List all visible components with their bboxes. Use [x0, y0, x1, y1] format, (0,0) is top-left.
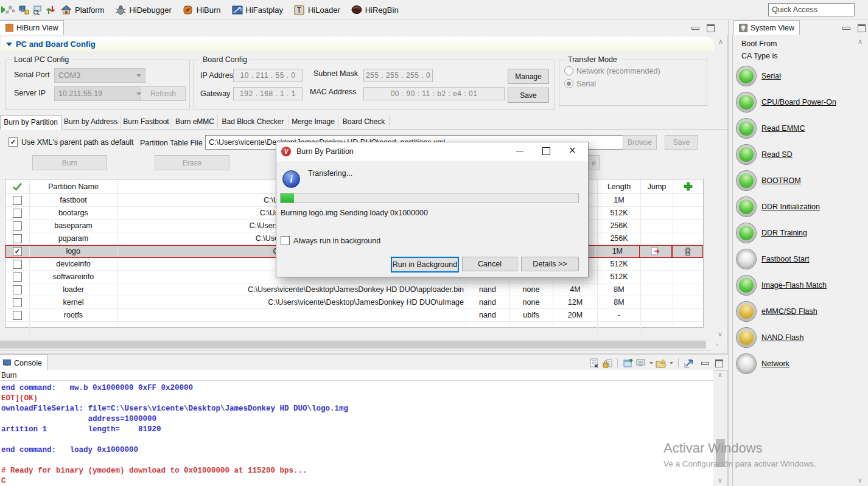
scroll-up-arrow[interactable]: ∧: [718, 38, 723, 46]
tab-system-view[interactable]: System View: [733, 20, 800, 35]
row-checkbox[interactable]: [13, 247, 22, 256]
quick-access-input[interactable]: [768, 3, 855, 16]
always-run-background-row[interactable]: Always run in background: [281, 236, 380, 245]
led-ddr-initialization[interactable]: DDR Initialization: [737, 196, 820, 217]
scroll-lock-icon[interactable]: [602, 358, 612, 368]
toolbar-item-hiburn[interactable]: HiBurn: [183, 4, 221, 15]
node-link-icon[interactable]: [5, 4, 16, 15]
led-fastboot-start[interactable]: Fastboot Start: [737, 249, 810, 269]
cancel-button[interactable]: Cancel: [462, 257, 517, 271]
manage-button[interactable]: Manage: [508, 69, 549, 84]
scroll-right-arrow[interactable]: ›: [716, 341, 718, 349]
toolbar-item-platform[interactable]: Platform: [61, 4, 104, 15]
server-ip-combo[interactable]: 10.211.55.19: [54, 86, 145, 101]
toolbar-item-hidebugger[interactable]: HiDebugger: [115, 4, 171, 15]
row-checkbox[interactable]: [13, 234, 22, 243]
led-read-sd[interactable]: Read SD: [737, 144, 793, 165]
tab-bad-block-checker[interactable]: Bad Block Checker: [218, 115, 289, 128]
console-maximize-icon[interactable]: [715, 359, 723, 367]
led-serial[interactable]: Serial: [737, 66, 781, 86]
system-view-scroll-down-arrow[interactable]: ∨: [858, 476, 863, 484]
horizontal-scrollbar[interactable]: [0, 339, 711, 351]
details-button[interactable]: Details >>: [521, 257, 579, 271]
xml-default-path-checkbox[interactable]: [9, 137, 18, 147]
table-row-rootfs[interactable]: rootfs nand ubifs 20M -: [5, 309, 703, 322]
row-checkbox[interactable]: [13, 285, 22, 294]
serial-port-combo[interactable]: COM3: [54, 68, 145, 83]
minimize-icon[interactable]: [691, 27, 699, 30]
led-image-flash-match[interactable]: Image-Flash Match: [737, 275, 827, 296]
jump-to-file-icon[interactable]: [639, 245, 672, 257]
console-minimize-icon[interactable]: [701, 362, 709, 365]
pin-console-icon[interactable]: [623, 358, 633, 368]
column-header-length[interactable]: Length: [598, 179, 641, 193]
led-read-emmc[interactable]: Read EMMC: [737, 118, 805, 139]
led-emmc-sd-flash[interactable]: eMMC/SD Flash: [737, 301, 817, 322]
subnet-mask-field[interactable]: 255 . 255 . 255 . 0: [363, 69, 433, 82]
xml-default-path-row[interactable]: Use XML's parent path as default: [9, 137, 133, 147]
maximize-icon[interactable]: [858, 24, 866, 32]
led-cpu-board-power-on[interactable]: CPU/Board Power-On: [737, 92, 836, 113]
toolbar-item-hiregbin[interactable]: HiRegBin: [351, 4, 399, 15]
tab-burn-emmc[interactable]: Burn eMMC: [172, 115, 218, 128]
tab-burn-fastboot[interactable]: Burn Fastboot: [121, 115, 172, 128]
browse-button[interactable]: Browse: [623, 135, 657, 150]
toolbar-item-hifastplay[interactable]: HiFastplay: [232, 4, 283, 15]
chevron-down-icon[interactable]: [670, 362, 673, 364]
maximize-icon[interactable]: [707, 24, 715, 32]
open-console-icon[interactable]: [656, 358, 666, 368]
column-header-partition-name[interactable]: Partition Name: [30, 179, 117, 193]
row-checkbox[interactable]: [13, 260, 22, 269]
table-scroll-down-arrow[interactable]: ∨: [718, 330, 723, 338]
table-row-kernel[interactable]: kernel C:\Users\vicente\Desktop\JamesDon…: [5, 296, 703, 309]
save-partition-file-button[interactable]: Save: [665, 135, 698, 150]
tab-merge-image[interactable]: Merge Image: [289, 115, 338, 128]
console-scroll-down-arrow[interactable]: ∨: [718, 476, 723, 484]
tab-board-check[interactable]: Board Check: [338, 115, 390, 128]
tab-console[interactable]: Console: [0, 355, 47, 370]
select-all-check-icon[interactable]: [5, 179, 30, 193]
dialog-close-icon[interactable]: ×: [569, 145, 576, 156]
pc-inspect-icon[interactable]: [32, 4, 43, 15]
section-header[interactable]: PC and Board Config: [1, 36, 714, 52]
network-config-icon[interactable]: [18, 4, 29, 15]
erase-button[interactable]: Erase: [155, 155, 229, 170]
open-standalone-icon[interactable]: [684, 358, 694, 368]
toolbar-item-hiloader[interactable]: HiLoader: [294, 4, 340, 15]
minimize-icon[interactable]: [842, 27, 850, 30]
row-checkbox[interactable]: [13, 298, 22, 307]
serial-radio-row[interactable]: Serial: [564, 79, 596, 88]
burn-button[interactable]: Burn: [32, 155, 107, 170]
chevron-down-icon[interactable]: [649, 362, 653, 364]
led-nand-flash[interactable]: NAND Flash: [737, 327, 803, 348]
led-ddr-training[interactable]: DDR Training: [737, 223, 807, 243]
row-checkbox[interactable]: [13, 196, 22, 205]
dialog-minimize-icon[interactable]: [516, 151, 523, 152]
row-checkbox[interactable]: [13, 273, 22, 282]
always-run-background-checkbox[interactable]: [281, 236, 290, 245]
console-scroll-up-arrow[interactable]: ∧: [718, 371, 723, 379]
add-partition-icon[interactable]: [673, 179, 703, 193]
dialog-maximize-icon[interactable]: [542, 147, 550, 155]
delete-row-icon[interactable]: [672, 245, 703, 257]
row-checkbox[interactable]: [13, 311, 22, 320]
mac-address-field[interactable]: 00 : 90 : 11 : b2 : e4 : 01: [363, 87, 505, 100]
transfer-arrows-icon[interactable]: [45, 4, 56, 15]
row-checkbox[interactable]: [13, 221, 22, 231]
column-header-jump[interactable]: Jump: [641, 179, 673, 193]
serial-radio[interactable]: [564, 79, 573, 88]
console-output[interactable]: Burn end command: mw.b 0x1000000 0xFF 0x…: [0, 370, 713, 486]
row-checkbox[interactable]: [13, 209, 22, 218]
ip-address-field[interactable]: 10 . 211 . 55 . 0: [233, 69, 303, 82]
refresh-button[interactable]: Refresh: [141, 86, 186, 101]
table-row-loader[interactable]: loader C:\Users\vicente\Desktop\JamesDon…: [5, 283, 703, 296]
run-in-background-button[interactable]: Run in Background: [391, 257, 459, 273]
led-network[interactable]: Network: [737, 353, 789, 374]
system-view-scroll-up-arrow[interactable]: ∧: [858, 38, 863, 46]
tab-hiburn-view[interactable]: HiBurn View: [0, 20, 64, 35]
clipped-icon[interactable]: [0, 4, 5, 15]
dialog-titlebar[interactable]: V Burn By Partition: [276, 142, 588, 161]
collapse-triangle-icon[interactable]: [6, 43, 12, 46]
save-board-button[interactable]: Save: [508, 88, 549, 103]
network-radio-row[interactable]: Network (recommended): [564, 66, 660, 75]
